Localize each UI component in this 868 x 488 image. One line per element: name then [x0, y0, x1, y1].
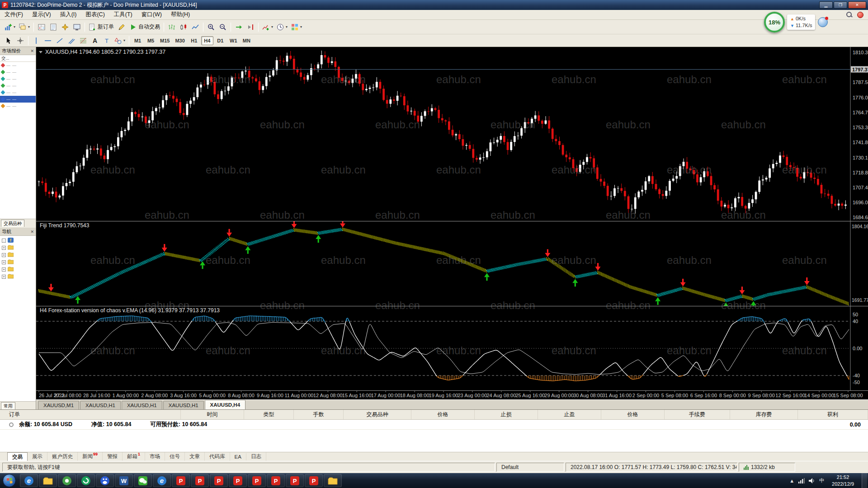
terminal-tab-8[interactable]: 文章	[185, 452, 205, 461]
terminal-panel-button[interactable]	[71, 22, 83, 33]
tray-up-arrow-icon[interactable]: ▲	[789, 478, 794, 483]
navigator-tree-item-2[interactable]: +	[0, 251, 36, 258]
taskbar-chrome-icon[interactable]	[58, 474, 76, 487]
chart-region[interactable]: eahub.cneahub.cneahub.cneahub.cneahub.cn…	[36, 47, 868, 399]
expand-icon[interactable]: +	[2, 253, 6, 257]
terminal-tab-3[interactable]: 新闻99	[78, 452, 103, 461]
taskbar-folder-icon[interactable]	[39, 474, 57, 487]
expand-icon[interactable]: +	[2, 275, 6, 279]
timeframe-m30-button[interactable]: M30	[173, 36, 187, 45]
menu-item-1[interactable]: 显示(V)	[28, 9, 56, 20]
cursor-button[interactable]	[3, 35, 14, 46]
navigator-tree-item-5[interactable]: +	[0, 273, 36, 280]
trendline-button[interactable]	[54, 35, 66, 46]
new-order-button[interactable]: 新订单	[87, 22, 116, 33]
zoom-in-button[interactable]	[205, 22, 217, 33]
terminal-column-7[interactable]: 止盈	[538, 410, 601, 419]
menu-item-5[interactable]: 窗口(W)	[137, 9, 166, 20]
text-tool-button[interactable]: A	[89, 35, 101, 46]
memory-percent-ball[interactable]: 18%	[764, 12, 785, 33]
terminal-tab-5[interactable]: 邮箱1	[123, 452, 145, 461]
bars-chart-button[interactable]	[166, 22, 178, 33]
taskbar-s360-icon[interactable]	[77, 474, 95, 487]
terminal-tab-0[interactable]: 交易	[7, 452, 28, 461]
templates-button[interactable]: ▾	[289, 22, 304, 33]
tray-volume-icon[interactable]	[809, 478, 815, 483]
taskbar-redapp-icon[interactable]: P	[305, 474, 323, 487]
symbol-row-6[interactable]: ——	[0, 103, 36, 109]
terminal-column-8[interactable]: 价格	[601, 410, 665, 419]
new-chart-button[interactable]: ▾	[3, 22, 17, 33]
search-icon[interactable]	[846, 11, 853, 18]
symbol-row-5[interactable]: ——	[0, 96, 36, 103]
navigator-close-icon[interactable]: ✕	[30, 230, 34, 234]
terminal-tab-6[interactable]: 市场	[145, 452, 165, 461]
taskbar-word-icon[interactable]: W	[115, 474, 133, 487]
taskbar-clock[interactable]: 21:52 2022/12/9	[828, 474, 858, 487]
terminal-column-11[interactable]: 获利	[798, 410, 868, 419]
metaeditor-button[interactable]	[116, 22, 127, 33]
taskbar-redapp-icon[interactable]: P	[248, 474, 266, 487]
terminal-column-5[interactable]: 价格	[411, 410, 475, 419]
chart-tab-0[interactable]: XAUUSD,M1	[38, 401, 79, 409]
speed-ball-overlay[interactable]: 18% ▲ 0K/s ▼ 11.7K/s	[764, 12, 828, 33]
timeframe-m15-button[interactable]: M15	[158, 36, 172, 45]
menu-item-6[interactable]: 帮助(H)	[166, 9, 194, 20]
shapes-button[interactable]: ▾	[113, 35, 127, 46]
zoom-out-button[interactable]	[217, 22, 229, 33]
menu-item-3[interactable]: 图表(C)	[81, 9, 109, 20]
indicators-button[interactable]: ▾	[260, 22, 275, 33]
terminal-tab-1[interactable]: 展示	[28, 452, 47, 461]
profiles-button[interactable]: ▾	[17, 22, 32, 33]
timeframe-w1-button[interactable]: W1	[227, 36, 240, 45]
taskbar-redapp-icon[interactable]: P	[229, 474, 247, 487]
data-window-button[interactable]	[47, 22, 59, 33]
terminal-column-6[interactable]: 止损	[475, 410, 538, 419]
chart-tab-4[interactable]: XAUUSD,H4	[205, 400, 245, 409]
start-button[interactable]	[3, 474, 16, 487]
taskbar-redapp-icon[interactable]: P	[286, 474, 304, 487]
timeframe-d1-button[interactable]: D1	[214, 36, 226, 45]
timeframe-m1-button[interactable]: M1	[132, 36, 144, 45]
terminal-column-1[interactable]: 时间	[181, 410, 244, 419]
symbol-row-2[interactable]: ——	[0, 75, 36, 82]
chart-shift-button[interactable]	[245, 22, 256, 33]
navigator-button[interactable]	[59, 22, 71, 33]
candles-chart-button[interactable]	[178, 22, 189, 33]
navigator-tree-item-1[interactable]: +	[0, 244, 36, 251]
taskbar-redapp-icon[interactable]: P	[210, 474, 228, 487]
terminal-column-2[interactable]: 类型	[244, 410, 294, 419]
taskbar-wechat-icon[interactable]	[134, 474, 152, 487]
expand-icon[interactable]: +	[2, 246, 6, 250]
chart-tab-2[interactable]: XAUUSD,H1	[122, 401, 162, 409]
chart-tab-3[interactable]: XAUUSD,H1	[163, 401, 204, 409]
label-tool-button[interactable]: T	[101, 35, 113, 46]
channel-button[interactable]	[66, 35, 77, 46]
fibo-button[interactable]	[77, 35, 89, 46]
navigator-tree-item-4[interactable]: +	[0, 266, 36, 273]
expand-icon[interactable]: +	[2, 260, 6, 264]
terminal-tab-10[interactable]: EA	[230, 453, 246, 460]
symbol-row-3[interactable]: ——	[0, 82, 36, 89]
terminal-column-3[interactable]: 手数	[294, 410, 344, 419]
taskbar-baidu-icon[interactable]	[96, 474, 114, 487]
symbol-row-0[interactable]: ——	[0, 62, 36, 69]
market-watch-button[interactable]	[36, 22, 47, 33]
periods-button[interactable]: ▾	[275, 22, 289, 33]
price-chart-canvas[interactable]: eahub.cneahub.cneahub.cneahub.cneahub.cn…	[36, 47, 868, 399]
taskbar-folder-icon[interactable]	[324, 474, 342, 487]
expand-icon[interactable]: +	[2, 267, 6, 272]
symbol-row-4[interactable]: ——	[0, 89, 36, 96]
symbols-tab[interactable]: 交易品种	[1, 220, 24, 227]
menu-item-4[interactable]: 工具(T)	[109, 9, 137, 20]
terminal-tab-4[interactable]: 警报	[103, 452, 123, 461]
menu-item-0[interactable]: 文件(F)	[0, 9, 28, 20]
vline-button[interactable]	[30, 35, 42, 46]
taskbar-redapp-icon[interactable]: P	[191, 474, 209, 487]
line-chart-button[interactable]	[189, 22, 201, 33]
navigator-common-tab[interactable]: 常用	[1, 402, 15, 409]
terminal-column-4[interactable]: 交易品种	[344, 410, 411, 419]
booster-icon[interactable]	[857, 12, 863, 18]
timeframe-h1-button[interactable]: H1	[188, 36, 200, 45]
navigator-tree-item-3[interactable]: +	[0, 258, 36, 266]
